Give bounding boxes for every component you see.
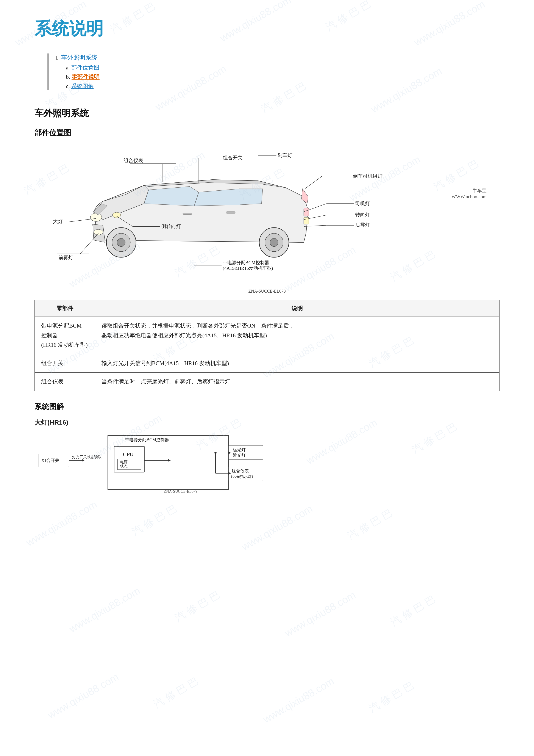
junction-dot: [215, 452, 216, 454]
toc-link-exterior-lighting[interactable]: 车外照明系统: [61, 54, 97, 61]
meter-label-2: (远光指示灯): [231, 474, 253, 479]
label-front-fog: 前雾灯: [58, 255, 73, 260]
car-diagram-container: 组合仪表 组合开关 刹车灯 倒车司机组灯 司机灯 转向灯 后雾灯: [35, 144, 499, 294]
svg-line-25: [304, 225, 326, 227]
table-cell-part-1: 带电源分配BCM 控制器 (HR16 发动机车型): [35, 317, 95, 354]
label-combined-switch: 组合开关: [223, 155, 242, 160]
label-brake-light: 刹车灯: [278, 152, 292, 158]
table-cell-part-2: 组合开关: [35, 354, 95, 373]
svg-rect-9: [304, 208, 309, 216]
label-side-turn: 侧转向灯: [161, 223, 181, 229]
table-cell-desc-3: 当条件满足时，点亮远光灯、前雾灯、后雾灯指示灯: [95, 373, 499, 391]
diagram-caption-1: ZNA-SUCCE-EL078: [35, 289, 499, 294]
watermark-text: www.qixiu88.com: [45, 671, 121, 721]
toc-letter-a: a.: [66, 65, 70, 71]
toc-item-1: 1. 车外照明系统: [55, 53, 499, 62]
ncboo-url: WWW.ncboo.com: [451, 194, 487, 200]
low-beam-label: 近光灯: [233, 453, 246, 458]
label-headlight: 大灯: [53, 219, 63, 224]
switch-read-label: 灯光开关状态读取: [72, 455, 101, 459]
label-combined-meter: 组合仪表: [123, 158, 143, 163]
toc-sub-item-c: c. 系统图解: [66, 82, 499, 90]
table-cell-desc-1: 读取组合开关状态，并根据电源状态，判断各外部灯光是否ON。条件满足后， 驱动相应…: [95, 317, 499, 354]
section-exterior-lighting-title: 车外照明系统: [35, 107, 499, 119]
label-bcm-model: (4A15&HR16发动机车型): [223, 266, 273, 271]
section-system-diagram-title: 系统图解: [35, 402, 499, 412]
svg-line-32: [80, 233, 98, 254]
table-of-contents: 1. 车外照明系统 a. 部件位置图 b. 零部件说明 c. 系统图解: [47, 53, 499, 90]
svg-rect-11: [183, 213, 192, 215]
svg-rect-10: [304, 217, 309, 224]
car-body: [90, 180, 309, 257]
watermark-text: www.qixiu88.com: [261, 675, 336, 725]
meter-label-1: 组合仪表: [232, 469, 249, 473]
table-cell-part-3: 组合仪表: [35, 373, 95, 391]
section-parts-diagram-title: 部件位置图: [35, 128, 499, 138]
diagram-headlight-hr16-title: 大灯(HR16): [35, 418, 499, 427]
label-reverse-lights: 倒车司机组灯: [353, 173, 383, 179]
svg-point-7: [113, 212, 121, 218]
toc-link-parts-diagram[interactable]: 部件位置图: [71, 65, 99, 71]
arrowhead-1: [82, 459, 85, 462]
table-header-desc: 说明: [95, 300, 499, 317]
diagram-caption-2: ZNA-SUCCE-EL079: [164, 489, 197, 494]
toc-letter-c: c.: [66, 83, 70, 89]
toc-link-system-diagram[interactable]: 系统图解: [71, 83, 94, 89]
toc-index-1: 1.: [55, 54, 60, 61]
watermark-text: 汽 修 巴 巴: [172, 588, 223, 625]
arrowhead-2: [168, 459, 171, 462]
toc-sub-item-a: a. 部件位置图: [66, 64, 499, 71]
power-status-label-2: 状态: [120, 464, 128, 468]
toc-link-parts-desc[interactable]: 零部件说明: [71, 74, 100, 80]
table-row: 组合开关 输入灯光开关信号到BCM(4A15、HR16 发动机车型): [35, 354, 499, 373]
car-diagram-svg: 组合仪表 组合开关 刹车灯 倒车司机组灯 司机灯 转向灯 后雾灯: [35, 144, 422, 286]
parts-table: 零部件 说明 带电源分配BCM 控制器 (HR16 发动机车型) 读取组合开关状…: [35, 300, 499, 391]
svg-point-2: [117, 238, 125, 247]
toc-letter-b: b.: [66, 74, 70, 80]
ncboo-label: 牛车宝: [451, 187, 487, 194]
table-row: 组合仪表 当条件满足时，点亮远光灯、前雾灯、后雾灯指示灯: [35, 373, 499, 391]
label-rear-fog: 后雾灯: [355, 222, 370, 228]
high-beam-label: 远光灯: [233, 447, 246, 452]
page-content: 系统说明 1. 车外照明系统 a. 部件位置图 b. 零部件说明 c. 系统图解…: [0, 0, 534, 518]
watermark-text: www.qixiu88.com: [67, 584, 142, 635]
toc-sub-list: a. 部件位置图 b. 零部件说明 c. 系统图解: [66, 64, 499, 90]
watermark-text: 汽 修 巴 巴: [366, 678, 417, 715]
page-title: 系统说明: [35, 17, 499, 40]
watermark-text: www.qixiu88.com: [283, 589, 358, 639]
system-flow-diagram: 带电源分配BCM控制器 组合开关 灯光开关状态读取 CPU 电源 状态 远光灯 …: [35, 433, 499, 495]
power-status-label-1: 电源: [120, 460, 128, 464]
svg-line-19: [305, 176, 322, 189]
svg-point-5: [270, 238, 278, 247]
label-bcm-controller: 带电源分配BCM控制器: [223, 260, 269, 265]
ncboo-watermark: 牛车宝 WWW.ncboo.com: [451, 187, 487, 200]
label-driver-light: 司机灯: [355, 201, 370, 206]
svg-point-8: [94, 230, 103, 235]
watermark-text: 汽 修 巴 巴: [151, 674, 201, 711]
table-row: 带电源分配BCM 控制器 (HR16 发动机车型) 读取组合开关状态，并根据电源…: [35, 317, 499, 354]
svg-point-6: [90, 213, 102, 222]
watermark-text: 汽 修 巴 巴: [388, 592, 438, 629]
svg-rect-12: [226, 211, 235, 213]
combined-switch-label: 组合开关: [42, 458, 59, 463]
toc-sub-item-b: b. 零部件说明: [66, 73, 499, 81]
flow-diagram-svg: 带电源分配BCM控制器 组合开关 灯光开关状态读取 CPU 电源 状态 远光灯 …: [35, 433, 336, 494]
label-turn-light: 转向灯: [355, 212, 370, 218]
table-cell-desc-2: 输入灯光开关信号到BCM(4A15、HR16 发动机车型): [95, 354, 499, 373]
bcm-label: 带电源分配BCM控制器: [125, 437, 169, 442]
table-header-part: 零部件: [35, 300, 95, 317]
cpu-label: CPU: [123, 451, 133, 457]
